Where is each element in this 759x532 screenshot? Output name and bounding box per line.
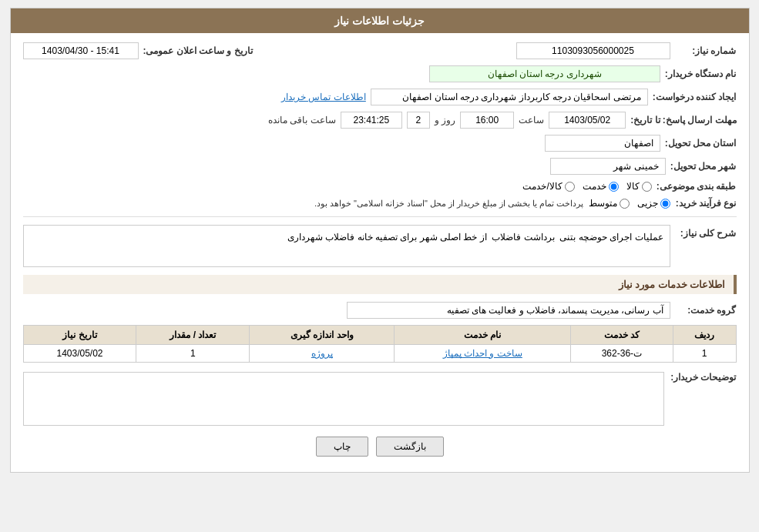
- purchase-option-motavasset-label: متوسط: [589, 198, 617, 209]
- subject-radio-kala[interactable]: [642, 182, 652, 192]
- announcement-date-value: 1403/04/30 - 15:41: [23, 42, 139, 59]
- contact-info-link[interactable]: اطلاعات تماس خریدار: [281, 92, 366, 102]
- td-unit[interactable]: پروژه: [250, 345, 395, 363]
- th-service-name: نام خدمت: [395, 326, 571, 345]
- subject-option-kala: کالا: [626, 181, 652, 192]
- th-row-num: ردیف: [673, 326, 736, 345]
- page-title: جزئیات اطلاعات نیاز: [334, 15, 425, 27]
- th-unit: واحد اندازه گیری: [250, 326, 395, 345]
- divider-1: [23, 216, 737, 217]
- delivery-province-value: اصفهان: [545, 135, 660, 152]
- services-section-title: اطلاعات خدمات مورد نیاز: [23, 275, 737, 294]
- buyer-notes-area: توضیحات خریدار:: [23, 369, 737, 426]
- description-textarea[interactable]: [23, 225, 670, 267]
- purchase-option-jozii-label: جزیی: [637, 198, 658, 209]
- service-group-value: آب رسانی، مدیریت پسماند، فاضلاب و فعالیت…: [347, 302, 670, 319]
- purchase-radio-jozii[interactable]: [660, 199, 670, 209]
- subject-category-row: طبقه بندی موضوعی: کالا/خدمت خدمت کالا: [23, 181, 737, 192]
- td-row-num: 1: [673, 345, 736, 363]
- deadline-row: مهلت ارسال پاسخ: تا تاریخ: 1403/05/02 سا…: [23, 112, 737, 129]
- td-date: 1403/05/02: [23, 345, 136, 363]
- response-time-value: 16:00: [460, 112, 514, 129]
- delivery-city-row: شهر محل تحویل: خمینی شهر: [23, 158, 737, 175]
- description-row: شرح کلی نیاز:: [23, 225, 737, 267]
- page-container: جزئیات اطلاعات نیاز شماره نیاز: 11030930…: [10, 8, 750, 473]
- service-group-label: گروه خدمت:: [675, 305, 737, 316]
- services-table: ردیف کد خدمت نام خدمت واحد اندازه گیری ت…: [23, 325, 737, 363]
- purchase-type-row: نوع فرآیند خرید: متوسط جزیی پرداخت تمام …: [23, 198, 737, 209]
- buyer-notes-label: توضیحات خریدار:: [670, 372, 736, 383]
- need-number-label: شماره نیاز:: [675, 45, 737, 56]
- need-number-value: 1103093056000025: [516, 42, 670, 59]
- subject-radio-group: کالا/خدمت خدمت کالا: [522, 181, 651, 192]
- table-header-row: ردیف کد خدمت نام خدمت واحد اندازه گیری ت…: [23, 326, 736, 345]
- subject-radio-kala-khedmat[interactable]: [565, 182, 575, 192]
- td-service-name[interactable]: ساخت و احداث پمپاژ: [395, 345, 571, 363]
- remaining-days-value: 2: [407, 112, 430, 129]
- purchase-radio-motavasset[interactable]: [620, 199, 630, 209]
- buyer-notes-box: [23, 372, 665, 426]
- content-area: شماره نیاز: 1103093056000025 تاریخ و ساع…: [11, 33, 749, 472]
- td-service-code: ت-36-362: [571, 345, 673, 363]
- subject-option-kala-khedmat-label: کالا/خدمت: [522, 181, 562, 192]
- purchase-note: پرداخت تمام یا بخشی از مبلغ خریدار از مح…: [314, 199, 584, 209]
- purchase-type-label: نوع فرآیند خرید:: [675, 198, 737, 209]
- creator-row: ایجاد کننده درخواست: مرتضی اسحاقیان درجه…: [23, 89, 737, 105]
- subject-option-kala-khedmat: کالا/خدمت: [522, 181, 574, 192]
- remaining-time-label: ساعت باقی مانده: [268, 115, 336, 125]
- subject-option-khedmat: خدمت: [583, 181, 619, 192]
- creator-label: ایجاد کننده درخواست:: [653, 92, 737, 102]
- subject-option-kala-label: کالا: [626, 181, 640, 192]
- purchase-radio-group: متوسط جزیی: [589, 198, 670, 209]
- service-group-row: گروه خدمت: آب رسانی، مدیریت پسماند، فاضل…: [23, 302, 737, 319]
- delivery-province-label: استان محل تحویل:: [665, 138, 737, 149]
- delivery-city-label: شهر محل تحویل:: [670, 161, 737, 172]
- th-quantity: تعداد / مقدار: [136, 326, 250, 345]
- response-date-value: 1403/05/02: [549, 112, 626, 129]
- description-label: شرح کلی نیاز:: [675, 228, 737, 239]
- response-time-label: ساعت: [519, 115, 544, 125]
- deadline-label: مهلت ارسال پاسخ: تا تاریخ:: [630, 115, 736, 125]
- purchase-option-jozii: جزیی: [637, 198, 670, 209]
- header-row: شماره نیاز: 1103093056000025 تاریخ و ساع…: [23, 42, 737, 59]
- th-service-code: کد خدمت: [571, 326, 673, 345]
- table-row: 1 ت-36-362 ساخت و احداث پمپاژ پروژه 1 14…: [23, 345, 736, 363]
- purchase-option-motavasset: متوسط: [589, 198, 630, 209]
- subject-radio-khedmat[interactable]: [609, 182, 619, 192]
- delivery-province-row: استان محل تحویل: اصفهان: [23, 135, 737, 152]
- remaining-days-label: روز و: [435, 115, 455, 125]
- remaining-time-value: 23:41:25: [341, 112, 402, 129]
- subject-option-khedmat-label: خدمت: [583, 181, 606, 192]
- back-button[interactable]: بازگشت: [376, 437, 444, 457]
- announcement-date-label: تاریخ و ساعت اعلان عمومی:: [143, 45, 253, 56]
- buyer-org-label: نام دستگاه خریدار:: [665, 69, 737, 79]
- buyer-org-row: نام دستگاه خریدار: شهرداری درجه استان اص…: [23, 65, 737, 82]
- print-button[interactable]: چاپ: [316, 437, 368, 457]
- delivery-city-value: خمینی شهر: [550, 158, 666, 175]
- page-header: جزئیات اطلاعات نیاز: [11, 8, 749, 33]
- th-date: تاریخ نیاز: [23, 326, 136, 345]
- td-quantity: 1: [136, 345, 250, 363]
- creator-value: مرتضی اسحاقیان درجه کاربرداز شهرداری درج…: [371, 89, 648, 105]
- subject-category-label: طبقه بندی موضوعی:: [657, 181, 737, 192]
- buyer-org-value: شهرداری درجه استان اصفهان: [429, 65, 660, 82]
- button-row: بازگشت چاپ: [23, 437, 737, 457]
